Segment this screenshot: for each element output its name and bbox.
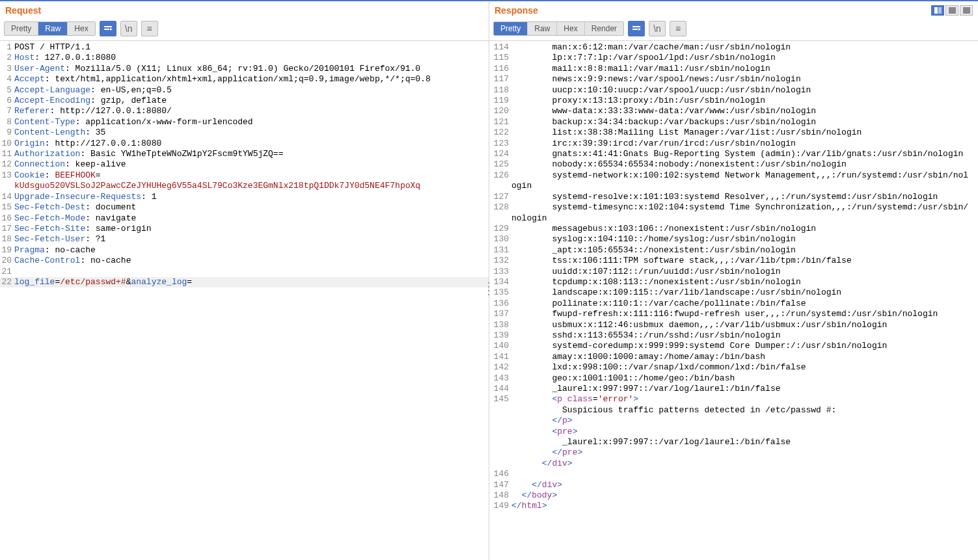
- tab-hex[interactable]: Hex: [68, 22, 94, 35]
- line-number: 7: [0, 106, 14, 116]
- code-line[interactable]: 5Accept-Language: en-US,en;q=0.5: [0, 85, 489, 96]
- code-line[interactable]: <pre>: [489, 427, 978, 437]
- code-line[interactable]: 7Referer: http://127.0.0.1:8080/: [0, 106, 489, 116]
- code-line[interactable]: 138 usbmux:x:112:46:usbmux daemon,,,:/va…: [489, 320, 978, 330]
- code-line[interactable]: 130 syslog:x:104:110::/home/syslog:/usr/…: [489, 234, 978, 245]
- code-line[interactable]: Suspicious traffic patterns detected in …: [489, 405, 978, 416]
- code-line[interactable]: 131 _apt:x:105:65534::/nonexistent:/usr/…: [489, 245, 978, 256]
- code-line[interactable]: 149</html>: [489, 501, 978, 511]
- code-line[interactable]: 125 nobody:x:65534:65534:nobody:/nonexis…: [489, 159, 978, 170]
- code-line[interactable]: 134 tcpdump:x:108:113::/nonexistent:/usr…: [489, 277, 978, 287]
- code-line[interactable]: 145 <p class='error'>: [489, 394, 978, 405]
- code-line[interactable]: </div>: [489, 459, 978, 469]
- wrap-icon[interactable]: \n: [120, 21, 137, 36]
- line-number: 136: [489, 299, 511, 309]
- code-line[interactable]: 124 gnats:x:41:41:Gnats Bug-Reporting Sy…: [489, 149, 978, 159]
- code-line[interactable]: 143 geo:x:1001:1001::/home/geo:/bin/bash: [489, 373, 978, 384]
- code-line[interactable]: 122 list:x:38:38:Mailing List Manager:/v…: [489, 127, 978, 138]
- line-number: 123: [489, 139, 511, 149]
- line-number: 126: [489, 170, 511, 192]
- svg-rect-0: [104, 26, 112, 27]
- response-view-tabs: Pretty Raw Hex Render: [493, 21, 624, 36]
- code-line[interactable]: 141 amay:x:1000:1000:amay:/home/amay:/bi…: [489, 352, 978, 362]
- code-line[interactable]: 114 man:x:6:12:man:/var/cache/man:/usr/s…: [489, 42, 978, 53]
- code-line[interactable]: 137 fwupd-refresh:x:111:116:fwupd-refres…: [489, 309, 978, 319]
- code-line[interactable]: _laurel:x:997:997::/var/log/laurel:/bin/…: [489, 437, 978, 447]
- tab-raw[interactable]: Raw: [38, 22, 68, 35]
- tab-render[interactable]: Render: [585, 22, 623, 35]
- code-line[interactable]: 132 tss:x:106:111:TPM software stack,,,:…: [489, 256, 978, 266]
- request-editor[interactable]: 1POST / HTTP/1.12Host: 127.0.0.1:80803Us…: [0, 41, 489, 560]
- code-line[interactable]: 121 backup:x:34:34:backup:/var/backups:/…: [489, 117, 978, 127]
- line-number: 15: [0, 202, 14, 213]
- line-number: 117: [489, 74, 511, 85]
- code-line[interactable]: 140 systemd-coredump:x:999:999:systemd C…: [489, 341, 978, 351]
- code-line[interactable]: 9Content-Length: 35: [0, 127, 489, 138]
- code-line[interactable]: 144 _laurel:x:997:997::/var/log/laurel:/…: [489, 384, 978, 394]
- code-line[interactable]: 6Accept-Encoding: gzip, deflate: [0, 96, 489, 106]
- code-line[interactable]: 12Connection: keep-alive: [0, 159, 489, 170]
- tab-pretty[interactable]: Pretty: [5, 22, 38, 35]
- code-line[interactable]: 2Host: 127.0.0.1:8080: [0, 53, 489, 63]
- code-line[interactable]: 120 www-data:x:33:33:www-data:/var/www:/…: [489, 106, 978, 116]
- code-line[interactable]: 3User-Agent: Mozilla/5.0 (X11; Linux x86…: [0, 64, 489, 74]
- layout-stacked-icon[interactable]: [945, 5, 958, 16]
- code-line[interactable]: 11Authorization: Basic YW1heTpteWNoZW1pY…: [0, 149, 489, 159]
- code-line[interactable]: 20Cache-Control: no-cache: [0, 256, 489, 266]
- tab-hex[interactable]: Hex: [557, 22, 584, 35]
- code-line[interactable]: 16Sec-Fetch-Mode: navigate: [0, 213, 489, 224]
- code-line[interactable]: 4Accept: text/html,application/xhtml+xml…: [0, 74, 489, 85]
- line-number: 6: [0, 96, 14, 106]
- code-line[interactable]: 118 uucp:x:10:10:uucp:/var/spool/uucp:/u…: [489, 85, 978, 96]
- layout-single-icon[interactable]: [960, 5, 973, 16]
- code-line[interactable]: 136 pollinate:x:110:1::/var/cache/pollin…: [489, 299, 978, 309]
- code-line[interactable]: </pre>: [489, 447, 978, 458]
- line-number: 1: [0, 42, 14, 53]
- code-line[interactable]: 18Sec-Fetch-User: ?1: [0, 234, 489, 245]
- svg-rect-2: [632, 26, 640, 27]
- code-line[interactable]: 126 systemd-network:x:100:102:systemd Ne…: [489, 170, 978, 192]
- code-line[interactable]: 135 landscape:x:109:115::/var/lib/landsc…: [489, 287, 978, 298]
- code-line[interactable]: 21: [0, 267, 489, 277]
- line-number: 17: [0, 224, 14, 234]
- code-line[interactable]: 1POST / HTTP/1.1: [0, 42, 489, 53]
- code-line[interactable]: 17Sec-Fetch-Site: same-origin: [0, 224, 489, 234]
- actions-icon[interactable]: [100, 21, 116, 36]
- code-line[interactable]: 129 messagebus:x:103:106::/nonexistent:/…: [489, 224, 978, 234]
- code-line[interactable]: 10Origin: http://127.0.0.1:8080: [0, 139, 489, 149]
- code-line[interactable]: 142 lxd:x:998:100::/var/snap/lxd/common/…: [489, 362, 978, 373]
- tab-raw[interactable]: Raw: [528, 22, 557, 35]
- code-line[interactable]: 147 </div>: [489, 480, 978, 490]
- code-line[interactable]: 22log_file=/etc/passwd+#&analyze_log=: [0, 277, 489, 287]
- tab-pretty[interactable]: Pretty: [494, 22, 528, 35]
- svg-rect-3: [632, 29, 638, 30]
- code-line[interactable]: 14Upgrade-Insecure-Requests: 1: [0, 192, 489, 202]
- line-number: 2: [0, 53, 14, 63]
- code-line[interactable]: 117 news:x:9:9:news:/var/spool/news:/usr…: [489, 74, 978, 85]
- code-line[interactable]: 8Content-Type: application/x-www-form-ur…: [0, 117, 489, 127]
- actions-icon[interactable]: [628, 21, 645, 36]
- code-line[interactable]: 19Pragma: no-cache: [0, 245, 489, 256]
- code-line[interactable]: 119 proxy:x:13:13:proxy:/bin:/usr/sbin/n…: [489, 96, 978, 106]
- code-line[interactable]: 15Sec-Fetch-Dest: document: [0, 202, 489, 213]
- code-line[interactable]: 116 mail:x:8:8:mail:/var/mail:/usr/sbin/…: [489, 64, 978, 74]
- code-line[interactable]: 127 systemd-resolve:x:101:103:systemd Re…: [489, 192, 978, 202]
- code-line[interactable]: 133 uuidd:x:107:112::/run/uuidd:/usr/sbi…: [489, 267, 978, 277]
- more-icon[interactable]: ≡: [141, 21, 158, 36]
- svg-rect-1: [104, 29, 109, 30]
- layout-two-column-icon[interactable]: [931, 5, 944, 16]
- code-line[interactable]: </p>: [489, 416, 978, 426]
- more-icon[interactable]: ≡: [670, 21, 686, 36]
- response-viewer[interactable]: 114 man:x:6:12:man:/var/cache/man:/usr/s…: [489, 41, 978, 560]
- code-line[interactable]: 139 sshd:x:113:65534::/run/sshd:/usr/sbi…: [489, 330, 978, 341]
- wrap-icon[interactable]: \n: [649, 21, 666, 36]
- code-line[interactable]: 115 lp:x:7:7:lp:/var/spool/lpd:/usr/sbin…: [489, 53, 978, 63]
- code-line[interactable]: kUdsguo520VSLSoJ2PawcCZeJYHUHeg6V55a4SL7…: [0, 181, 489, 191]
- code-line[interactable]: 13Cookie: BEEFHOOK=: [0, 170, 489, 181]
- line-number: 14: [0, 192, 14, 202]
- code-line[interactable]: 128 systemd-timesync:x:102:104:systemd T…: [489, 202, 978, 224]
- code-line[interactable]: 148 </body>: [489, 490, 978, 501]
- splitter-handle[interactable]: [486, 281, 491, 297]
- code-line[interactable]: 146: [489, 469, 978, 479]
- code-line[interactable]: 123 irc:x:39:39:ircd:/var/run/ircd:/usr/…: [489, 139, 978, 149]
